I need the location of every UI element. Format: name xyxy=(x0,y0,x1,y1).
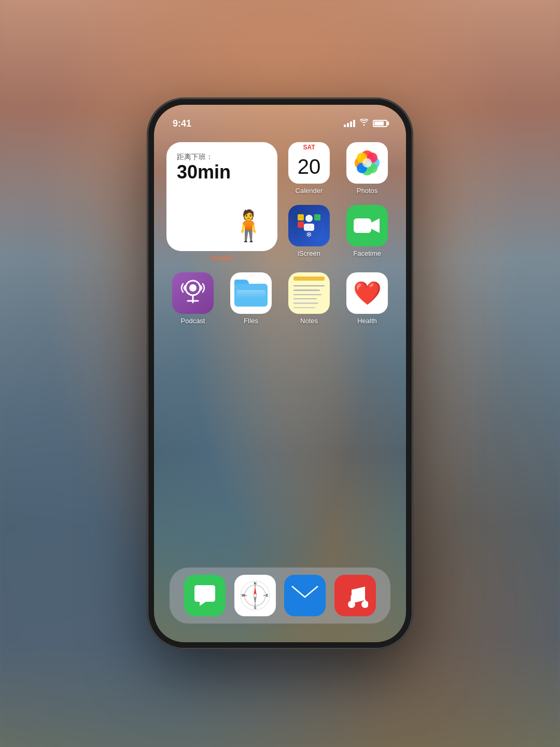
svg-point-10 xyxy=(305,215,313,222)
health-app[interactable]: ❤️ Health xyxy=(341,272,394,325)
iscreen-widget[interactable]: 距离下班： 30min 🧍 iScreen xyxy=(166,142,277,262)
podcast-app[interactable]: Podcast xyxy=(166,272,219,325)
files-icon xyxy=(230,272,272,314)
files-label: FIles xyxy=(244,317,258,325)
notes-icon xyxy=(288,272,330,314)
messages-icon xyxy=(184,575,226,616)
widget-subtitle: 距离下班： xyxy=(177,153,267,162)
podcast-icon xyxy=(172,272,214,314)
status-time: 9:41 xyxy=(173,118,191,129)
wifi-icon xyxy=(359,119,369,128)
svg-point-19 xyxy=(189,284,197,292)
files-app[interactable]: FIles xyxy=(225,272,277,325)
svg-text:N: N xyxy=(254,582,256,585)
music-app[interactable] xyxy=(334,575,376,616)
calendar-day: SAT xyxy=(288,142,330,151)
photos-icon xyxy=(346,142,388,184)
svg-text:S: S xyxy=(254,606,256,610)
health-icon: ❤️ xyxy=(346,272,388,314)
facetime-icon xyxy=(346,205,388,246)
svg-point-39 xyxy=(361,601,368,608)
svg-rect-16 xyxy=(354,218,371,233)
status-icons xyxy=(344,119,387,128)
music-icon xyxy=(334,575,376,616)
svg-text:W: W xyxy=(241,593,245,597)
phone-screen: 9:41 xyxy=(154,105,406,642)
iscreen-app-label: iScreen xyxy=(298,250,320,257)
notes-app[interactable]: Notes xyxy=(283,272,335,325)
svg-rect-14 xyxy=(314,214,320,220)
svg-rect-13 xyxy=(298,222,304,228)
podcast-label: Podcast xyxy=(181,317,205,325)
calendar-label: Calender xyxy=(296,187,323,195)
mail-icon xyxy=(284,575,326,616)
photos-label: Photos xyxy=(357,187,377,195)
iscreen-widget-label: iScreen xyxy=(166,254,277,262)
svg-rect-12 xyxy=(298,214,304,220)
notes-label: Notes xyxy=(300,317,318,325)
svg-text:E: E xyxy=(265,593,268,597)
signal-icon xyxy=(344,120,355,127)
svg-rect-11 xyxy=(304,224,314,231)
mail-app[interactable] xyxy=(284,575,326,616)
svg-marker-17 xyxy=(371,218,380,233)
iscreen-app[interactable]: ❄ iScreen xyxy=(283,205,335,262)
calendar-date: 20 xyxy=(288,151,330,184)
phone-frame: 9:41 xyxy=(148,99,412,648)
messages-app[interactable] xyxy=(184,575,226,616)
widget-figure: 🧍 xyxy=(177,211,267,241)
widget-time: 30min xyxy=(177,162,267,183)
facetime-app[interactable]: Facetime xyxy=(341,205,394,262)
svg-point-8 xyxy=(362,158,372,168)
svg-text:❄: ❄ xyxy=(306,230,312,239)
health-label: Health xyxy=(357,317,377,325)
svg-point-38 xyxy=(348,601,355,608)
photos-app[interactable]: Photos xyxy=(341,142,394,200)
battery-icon xyxy=(373,120,387,127)
iscreen-icon: ❄ xyxy=(288,205,330,246)
safari-app[interactable]: N S W E xyxy=(234,575,276,616)
calendar-app[interactable]: SAT 20 Calender xyxy=(283,142,335,200)
safari-icon: N S W E xyxy=(234,575,276,616)
status-bar: 9:41 xyxy=(154,114,406,133)
facetime-label: Facetime xyxy=(353,250,381,257)
dock: N S W E xyxy=(170,568,390,624)
